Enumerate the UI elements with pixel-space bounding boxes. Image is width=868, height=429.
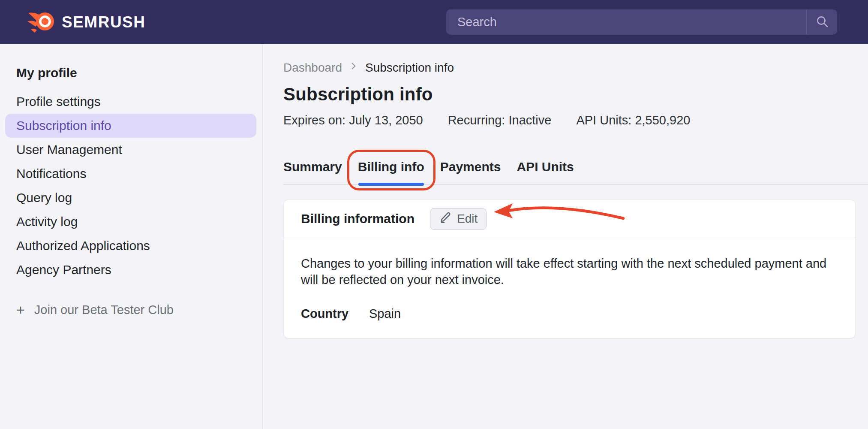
sidebar-item-authorized-applications[interactable]: Authorized Applications	[5, 234, 256, 258]
edit-button[interactable]: Edit	[430, 208, 487, 230]
sidebar-item-query-log[interactable]: Query log	[5, 186, 256, 210]
tab-billing-info[interactable]: Billing info	[358, 160, 424, 184]
profile-sidebar: My profile Profile settings Subscription…	[0, 44, 263, 429]
breadcrumb: Dashboard Subscription info	[283, 60, 868, 75]
sidebar-item-activity-log[interactable]: Activity log	[5, 210, 256, 234]
content-shell: My profile Profile settings Subscription…	[0, 44, 868, 429]
search-button[interactable]	[807, 9, 837, 35]
billing-card-title: Billing information	[301, 211, 414, 226]
billing-card-header: Billing information Edit	[284, 200, 855, 238]
breadcrumb-current: Subscription info	[365, 61, 454, 75]
sidebar-item-notifications[interactable]: Notifications	[5, 162, 256, 186]
chevron-right-icon	[348, 60, 359, 75]
main-content: Dashboard Subscription info Subscription…	[263, 44, 868, 429]
pencil-icon	[439, 211, 452, 227]
edit-button-label: Edit	[457, 212, 478, 226]
billing-description: Changes to your billing information will…	[301, 255, 838, 288]
country-field-value: Spain	[369, 307, 401, 321]
semrush-logo[interactable]: SEMRUSH	[27, 9, 146, 35]
country-field-label: Country	[301, 307, 369, 321]
subscription-tabs: Summary Billing info Payments API Units	[283, 154, 868, 184]
sidebar-item-user-management[interactable]: User Management	[5, 138, 256, 162]
tab-summary[interactable]: Summary	[283, 160, 342, 184]
sidebar-item-subscription-info[interactable]: Subscription info	[5, 114, 256, 138]
sidebar-item-profile-settings[interactable]: Profile settings	[5, 90, 256, 114]
page-title: Subscription info	[283, 84, 868, 105]
semrush-comet-icon	[27, 9, 55, 35]
top-header: SEMRUSH	[0, 0, 868, 44]
api-units-value: API Units: 2,550,920	[576, 113, 690, 127]
plus-icon: +	[16, 302, 25, 317]
tab-api-units[interactable]: API Units	[517, 160, 574, 184]
search-input[interactable]	[446, 9, 806, 35]
global-search	[446, 9, 837, 35]
logo-wordmark: SEMRUSH	[62, 13, 146, 31]
country-field-row: Country Spain	[301, 307, 838, 321]
join-beta-tester-club-link[interactable]: + Join our Beta Tester Club	[16, 302, 256, 317]
subscription-meta: Expires on: July 13, 2050 Recurring: Ina…	[283, 113, 868, 127]
sidebar-section-title: My profile	[16, 66, 256, 80]
billing-card-body: Changes to your billing information will…	[284, 238, 855, 338]
breadcrumb-dashboard[interactable]: Dashboard	[283, 61, 342, 75]
sidebar-item-agency-partners[interactable]: Agency Partners	[5, 258, 256, 282]
beta-club-label: Join our Beta Tester Club	[34, 303, 174, 317]
tab-payments[interactable]: Payments	[440, 160, 501, 184]
search-icon	[815, 15, 829, 30]
recurring-value: Recurring: Inactive	[448, 113, 552, 127]
expires-on-value: Expires on: July 13, 2050	[283, 113, 423, 127]
billing-information-card: Billing information Edit Changes to your…	[283, 199, 856, 338]
